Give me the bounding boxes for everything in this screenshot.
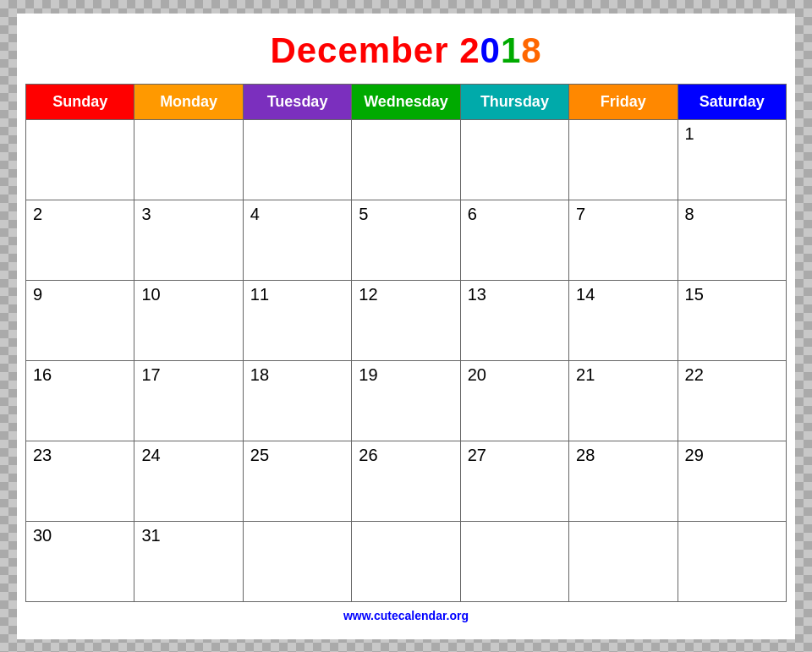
- day-cell[interactable]: [352, 119, 460, 200]
- calendar-title: December 2018: [25, 22, 787, 84]
- day-cell[interactable]: 5: [352, 200, 460, 280]
- day-cell[interactable]: 13: [460, 280, 568, 360]
- day-cell[interactable]: 10: [134, 280, 243, 360]
- day-cell[interactable]: [569, 521, 678, 601]
- day-cell[interactable]: 31: [134, 521, 243, 601]
- year-digit-4: 8: [521, 30, 541, 70]
- day-cell[interactable]: 17: [134, 360, 243, 441]
- calendar-container: December 2018 Sunday Monday Tuesday Wedn…: [17, 14, 795, 639]
- day-cell[interactable]: 27: [460, 441, 568, 521]
- day-cell[interactable]: 2: [26, 200, 134, 280]
- day-cell[interactable]: 25: [243, 441, 351, 521]
- day-cell[interactable]: 23: [26, 441, 134, 521]
- week-row-2: 2345678: [26, 200, 787, 280]
- header-monday: Monday: [134, 84, 243, 119]
- header-wednesday: Wednesday: [352, 84, 460, 119]
- day-cell[interactable]: [678, 521, 786, 601]
- day-cell[interactable]: 24: [134, 441, 243, 521]
- week-row-1: 1: [26, 119, 787, 200]
- header-thursday: Thursday: [460, 84, 568, 119]
- week-row-3: 9101112131415: [26, 280, 787, 360]
- week-row-4: 16171819202122: [26, 360, 787, 441]
- calendar-grid: Sunday Monday Tuesday Wednesday Thursday…: [25, 84, 787, 602]
- day-cell[interactable]: [460, 119, 568, 200]
- day-cell[interactable]: [134, 119, 243, 200]
- header-tuesday: Tuesday: [243, 84, 351, 119]
- day-cell[interactable]: [569, 119, 678, 200]
- day-cell[interactable]: 1: [678, 119, 786, 200]
- header-row: Sunday Monday Tuesday Wednesday Thursday…: [26, 84, 787, 119]
- day-cell[interactable]: 14: [569, 280, 678, 360]
- header-friday: Friday: [569, 84, 678, 119]
- calendar-body: 1234567891011121314151617181920212223242…: [26, 119, 787, 601]
- day-cell[interactable]: 21: [569, 360, 678, 441]
- day-cell[interactable]: 15: [678, 280, 786, 360]
- day-cell[interactable]: 22: [678, 360, 786, 441]
- year-digit-2: 0: [480, 30, 501, 70]
- day-cell[interactable]: 4: [243, 200, 351, 280]
- day-cell[interactable]: [26, 119, 134, 200]
- day-cell[interactable]: [352, 521, 460, 601]
- year-digit-1: 2: [459, 30, 480, 70]
- day-cell[interactable]: 8: [678, 200, 786, 280]
- day-cell[interactable]: 11: [243, 280, 351, 360]
- day-cell[interactable]: 9: [26, 280, 134, 360]
- header-sunday: Sunday: [26, 84, 134, 119]
- week-row-5: 23242526272829: [26, 441, 787, 521]
- day-cell[interactable]: 26: [352, 441, 460, 521]
- day-cell[interactable]: 28: [569, 441, 678, 521]
- day-cell[interactable]: 20: [460, 360, 568, 441]
- day-cell[interactable]: [460, 521, 568, 601]
- day-cell[interactable]: 18: [243, 360, 351, 441]
- day-cell[interactable]: 16: [26, 360, 134, 441]
- day-cell[interactable]: 3: [134, 200, 243, 280]
- day-cell[interactable]: 6: [460, 200, 568, 280]
- week-row-6: 3031: [26, 521, 787, 601]
- year-digit-3: 1: [501, 30, 521, 70]
- footer-url[interactable]: www.cutecalendar.org: [343, 609, 469, 622]
- day-cell[interactable]: 30: [26, 521, 134, 601]
- day-cell[interactable]: 19: [352, 360, 460, 441]
- day-cell[interactable]: 12: [352, 280, 460, 360]
- day-cell[interactable]: 29: [678, 441, 786, 521]
- day-cell[interactable]: [243, 119, 351, 200]
- day-cell[interactable]: [243, 521, 351, 601]
- footer[interactable]: www.cutecalendar.org: [25, 609, 787, 622]
- month-label: December: [270, 30, 448, 70]
- day-cell[interactable]: 7: [569, 200, 678, 280]
- header-saturday: Saturday: [678, 84, 786, 119]
